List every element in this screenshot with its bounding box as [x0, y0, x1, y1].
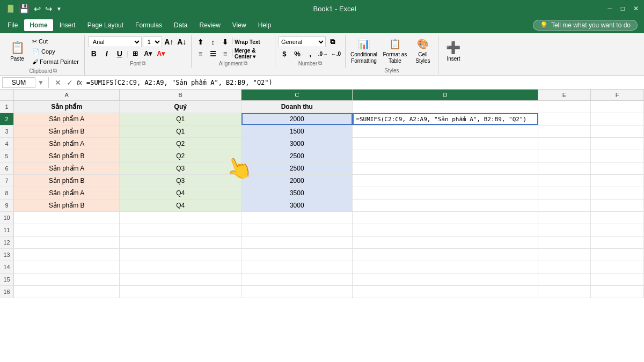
cell-a13[interactable]	[14, 249, 120, 261]
number-format-select[interactable]: General	[279, 36, 326, 47]
cell-d11[interactable]	[353, 224, 538, 236]
cell-d5[interactable]	[353, 150, 538, 162]
copy-button[interactable]: 📄 Copy	[30, 47, 81, 56]
number-expand-small[interactable]: ⧉	[327, 36, 339, 47]
cell-a14[interactable]	[14, 261, 120, 273]
cell-a1[interactable]: Sản phẩm	[14, 101, 120, 113]
cell-c15[interactable]	[241, 274, 353, 285]
font-color-button[interactable]: A▾	[155, 48, 167, 59]
cell-e9[interactable]	[538, 200, 591, 211]
font-name-select[interactable]: Arial	[88, 36, 142, 47]
cell-e2[interactable]	[538, 113, 591, 125]
cut-button[interactable]: ✂ Cut	[30, 36, 81, 46]
cell-b13[interactable]	[120, 249, 241, 261]
percent-button[interactable]: %	[291, 48, 303, 59]
cell-b8[interactable]: Q4	[120, 187, 241, 199]
save-button[interactable]: 💾	[19, 4, 30, 14]
comma-button[interactable]: ,	[304, 48, 316, 59]
menu-formulas[interactable]: Formulas	[130, 19, 167, 31]
cell-d12[interactable]	[353, 237, 538, 248]
row-num-12[interactable]: 12	[0, 237, 14, 248]
cell-b5[interactable]: Q2	[120, 150, 241, 162]
alignment-expand-icon[interactable]: ⧉	[244, 60, 247, 67]
cell-b9[interactable]: Q4	[120, 200, 241, 211]
cell-b3[interactable]: Q1	[120, 125, 241, 137]
cell-e16[interactable]	[538, 286, 591, 298]
cell-c11[interactable]	[241, 224, 353, 236]
cell-e5[interactable]	[538, 150, 591, 162]
cell-d7[interactable]	[353, 175, 538, 187]
align-center-button[interactable]: ☰	[207, 48, 219, 59]
cell-a3[interactable]: Sản phẩm B	[14, 125, 120, 137]
cell-e7[interactable]	[538, 175, 591, 187]
cell-f1[interactable]	[591, 101, 644, 113]
cell-f16[interactable]	[591, 286, 644, 298]
cell-d10[interactable]	[353, 212, 538, 224]
cell-b6[interactable]: Q3	[120, 162, 241, 174]
dollar-button[interactable]: $	[279, 48, 290, 59]
cell-a10[interactable]	[14, 212, 120, 224]
bold-button[interactable]: B	[88, 48, 100, 59]
menu-view[interactable]: View	[227, 19, 252, 31]
row-num-13[interactable]: 13	[0, 249, 14, 261]
cell-b2[interactable]: Q1	[120, 113, 241, 125]
increase-decimal-button[interactable]: .0→	[317, 48, 329, 59]
paste-button[interactable]: 📋 Paste	[5, 36, 29, 67]
format-as-table-button[interactable]: 📋 Format asTable	[380, 36, 410, 67]
cell-c5[interactable]: 2500	[241, 150, 353, 162]
row-num-1[interactable]: 1	[0, 101, 14, 113]
font-expand-icon[interactable]: ⧉	[142, 60, 145, 67]
cell-b12[interactable]	[120, 237, 241, 248]
cell-c7[interactable]: 2000	[241, 175, 353, 187]
restore-button[interactable]: □	[621, 5, 625, 12]
increase-font-button[interactable]: A↑	[163, 36, 175, 47]
cell-b1[interactable]: Quý	[120, 101, 241, 113]
cell-b7[interactable]: Q3	[120, 175, 241, 187]
customize-qat-button[interactable]: ▼	[56, 6, 62, 12]
row-num-15[interactable]: 15	[0, 274, 14, 285]
cell-a16[interactable]	[14, 286, 120, 298]
menu-home[interactable]: Home	[24, 19, 53, 31]
cell-c6[interactable]: 2500	[241, 162, 353, 174]
formula-input[interactable]	[86, 79, 642, 86]
border-button[interactable]: ⊞	[129, 48, 141, 59]
row-num-7[interactable]: 7	[0, 175, 14, 187]
cell-c12[interactable]	[241, 237, 353, 248]
cell-f4[interactable]	[591, 138, 644, 150]
cell-f14[interactable]	[591, 261, 644, 273]
cell-c16[interactable]	[241, 286, 353, 298]
align-right-button[interactable]: ≡	[219, 48, 231, 59]
decrease-decimal-button[interactable]: ←.0	[330, 48, 342, 59]
cell-e1[interactable]	[538, 101, 591, 113]
clipboard-expand-icon[interactable]: ⧉	[53, 68, 57, 74]
cell-a15[interactable]	[14, 274, 120, 285]
cell-a9[interactable]: Sản phẩm B	[14, 200, 120, 211]
cell-a12[interactable]	[14, 237, 120, 248]
cell-d16[interactable]	[353, 286, 538, 298]
col-header-d[interactable]: D	[353, 90, 538, 100]
menu-review[interactable]: Review	[194, 19, 225, 31]
cell-d6[interactable]	[353, 162, 538, 174]
cell-e14[interactable]	[538, 261, 591, 273]
cell-f6[interactable]	[591, 162, 644, 174]
confirm-formula-icon[interactable]: ✓	[65, 78, 75, 87]
cell-f8[interactable]	[591, 187, 644, 199]
cancel-formula-icon[interactable]: ✕	[53, 78, 63, 87]
cell-b4[interactable]: Q2	[120, 138, 241, 150]
menu-data[interactable]: Data	[169, 19, 193, 31]
cell-f11[interactable]	[591, 224, 644, 236]
name-box-dropdown[interactable]: ▼	[38, 79, 44, 86]
merge-center-button[interactable]: Merge & Center ▾	[234, 48, 272, 59]
cell-a11[interactable]	[14, 224, 120, 236]
tell-me-input[interactable]: 💡 Tell me what you want to do	[533, 20, 638, 31]
cell-a2[interactable]: Sản phẩm A	[14, 113, 120, 125]
cell-f13[interactable]	[591, 249, 644, 261]
cell-styles-button[interactable]: 🎨 CellStyles	[411, 36, 435, 67]
align-bottom-button[interactable]: ⬇	[219, 36, 231, 47]
cell-c4[interactable]: 3000	[241, 138, 353, 150]
cell-e10[interactable]	[538, 212, 591, 224]
cell-d1[interactable]	[353, 101, 538, 113]
menu-file[interactable]: File	[2, 19, 23, 31]
col-header-f[interactable]: F	[591, 90, 644, 100]
cell-d4[interactable]	[353, 138, 538, 150]
